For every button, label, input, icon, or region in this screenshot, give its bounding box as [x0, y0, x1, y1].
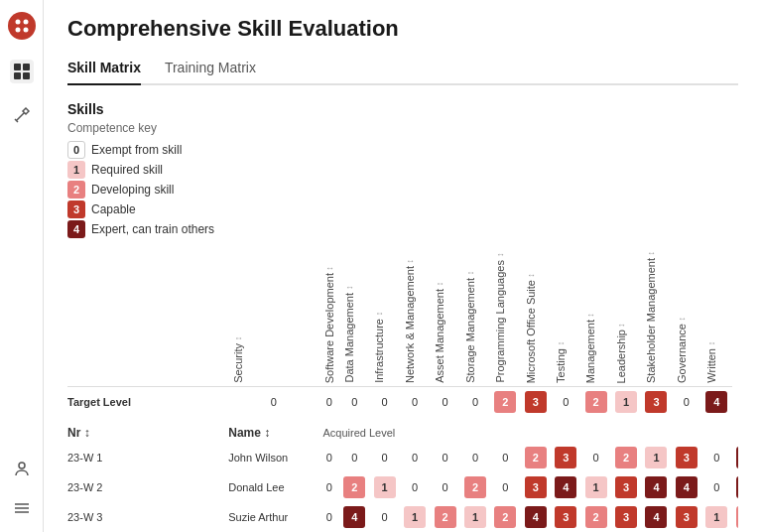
col-header-8[interactable]: Microsoft Office Suite — [521, 246, 551, 386]
emp-skill-0-14: 4 — [732, 443, 738, 472]
emp-skill-1-1: 2 — [339, 472, 369, 502]
user-icon[interactable] — [10, 457, 34, 480]
svg-rect-6 — [14, 72, 21, 79]
legend-label-0: Exempt from skill — [91, 143, 182, 157]
emp-col-header-0[interactable]: Nr ↕ — [67, 423, 228, 443]
emp-skill-0-13: 0 — [701, 443, 731, 472]
col-header-0[interactable]: Security — [228, 246, 318, 386]
grid-icon[interactable] — [10, 60, 34, 83]
emp-skill-1-0: 0 — [319, 472, 340, 502]
col-header-9[interactable]: Testing — [551, 246, 580, 386]
col-header-12[interactable]: Stakeholder Management — [641, 246, 671, 386]
target-cell-4: 0 — [400, 386, 430, 417]
legend: 0 Exempt from skill 1 Required skill 2 D… — [67, 141, 738, 238]
matrix-wrapper: SecuritySoftware DevelopmentData Managem… — [67, 246, 738, 532]
col-header-6[interactable]: Storage Management — [460, 246, 490, 386]
legend-item-4: 4 Expert, can train others — [67, 220, 738, 238]
svg-rect-4 — [14, 64, 21, 70]
emp-nr-0: 23-W 1 — [67, 443, 228, 472]
tab-training-matrix[interactable]: Training Matrix — [165, 52, 256, 83]
employee-row: 23-W 2Donald Lee021002034134404 — [67, 472, 738, 502]
target-cell-7: 2 — [490, 386, 520, 417]
emp-skill-0-8: 3 — [551, 443, 580, 472]
col-header-4[interactable]: Network & Management — [400, 246, 430, 386]
column-headers-row: SecuritySoftware DevelopmentData Managem… — [67, 246, 738, 386]
emp-skill-1-10: 3 — [611, 472, 641, 502]
competence-key-label: Competence key — [67, 121, 738, 135]
emp-skill-0-9: 0 — [580, 443, 610, 472]
target-cell-8: 3 — [521, 386, 551, 417]
emp-skill-2-4: 2 — [430, 502, 459, 532]
emp-skill-2-13: 1 — [701, 502, 731, 532]
target-cell-6: 0 — [460, 386, 490, 417]
emp-skill-1-3: 0 — [400, 472, 430, 502]
emp-skill-2-14: 2 — [732, 502, 738, 532]
col-header-10[interactable]: Management — [580, 246, 610, 386]
emp-skill-1-12: 4 — [672, 472, 701, 502]
legend-item-2: 2 Developing skill — [67, 181, 738, 199]
emp-skill-1-6: 0 — [490, 472, 520, 502]
emp-skill-2-2: 0 — [369, 502, 399, 532]
emp-skill-2-10: 3 — [611, 502, 641, 532]
emp-skill-2-12: 3 — [672, 502, 701, 532]
emp-skill-2-5: 1 — [460, 502, 490, 532]
col-header-1[interactable]: Software Development — [319, 246, 340, 386]
target-cell-0: 0 — [228, 386, 318, 417]
empty-header-1 — [67, 246, 228, 386]
emp-skill-1-8: 4 — [551, 472, 580, 502]
col-header-14[interactable]: Written — [701, 246, 731, 386]
emp-col-header-1[interactable]: Name ↕ — [228, 423, 318, 443]
legend-badge-3: 3 — [67, 200, 85, 218]
emp-name-2: Suzie Arthur — [228, 502, 318, 532]
emp-skill-1-5: 2 — [460, 472, 490, 502]
emp-skill-1-4: 0 — [430, 472, 459, 502]
svg-point-3 — [23, 28, 28, 33]
app-logo — [8, 12, 36, 40]
emp-skill-0-6: 0 — [490, 443, 520, 472]
target-cell-9: 0 — [551, 386, 580, 417]
tools-icon[interactable] — [10, 103, 34, 127]
col-header-11[interactable]: Leadership — [611, 246, 641, 386]
emp-skill-1-14: 4 — [732, 472, 738, 502]
emp-name-0: John Wilson — [228, 443, 318, 472]
target-cell-14: 4 — [701, 386, 731, 417]
emp-skill-0-10: 2 — [611, 443, 641, 472]
employee-header-row: Nr ↕Name ↕Acquired Level — [67, 423, 738, 443]
emp-skill-2-0: 0 — [319, 502, 340, 532]
col-header-7[interactable]: Programming Languages — [490, 246, 520, 386]
col-header-13[interactable]: Governance — [672, 246, 701, 386]
target-level-row: Target Level000000023021304 — [67, 386, 738, 417]
menu-icon[interactable] — [10, 496, 34, 520]
matrix-body: Target Level000000023021304Nr ↕Name ↕Acq… — [67, 386, 738, 532]
emp-skill-0-1: 0 — [339, 443, 369, 472]
emp-skill-1-11: 4 — [641, 472, 671, 502]
legend-badge-1: 1 — [67, 161, 85, 179]
target-cell-13: 0 — [672, 386, 701, 417]
legend-badge-0: 0 — [67, 141, 85, 159]
content-area: Skills Competence key 0 Exempt from skil… — [44, 85, 762, 532]
svg-point-1 — [23, 20, 28, 25]
emp-skill-2-9: 2 — [580, 502, 610, 532]
emp-skill-0-3: 0 — [400, 443, 430, 472]
skill-matrix-table: SecuritySoftware DevelopmentData Managem… — [67, 246, 738, 532]
sidebar-bottom — [10, 457, 34, 520]
emp-name-1: Donald Lee — [228, 472, 318, 502]
emp-skill-0-5: 0 — [460, 443, 490, 472]
legend-label-1: Required skill — [91, 163, 163, 177]
employee-row: 23-W 1John Wilson000000023021304 — [67, 443, 738, 472]
col-header-2[interactable]: Data Management — [339, 246, 369, 386]
emp-skill-1-13: 0 — [701, 472, 731, 502]
svg-point-0 — [15, 20, 20, 25]
legend-label-3: Capable — [91, 202, 136, 216]
target-cell-3: 0 — [369, 386, 399, 417]
emp-skill-2-6: 2 — [490, 502, 520, 532]
target-level-label: Target Level — [67, 386, 228, 417]
emp-skill-2-8: 3 — [551, 502, 580, 532]
legend-label-2: Developing skill — [91, 183, 174, 197]
col-header-5[interactable]: Asset Management — [430, 246, 459, 386]
col-header-3[interactable]: Infrastructure — [369, 246, 399, 386]
tab-bar: Skill Matrix Training Matrix — [67, 52, 738, 85]
legend-label-4: Expert, can train others — [91, 222, 214, 236]
emp-skill-2-3: 1 — [400, 502, 430, 532]
tab-skill-matrix[interactable]: Skill Matrix — [67, 52, 141, 83]
